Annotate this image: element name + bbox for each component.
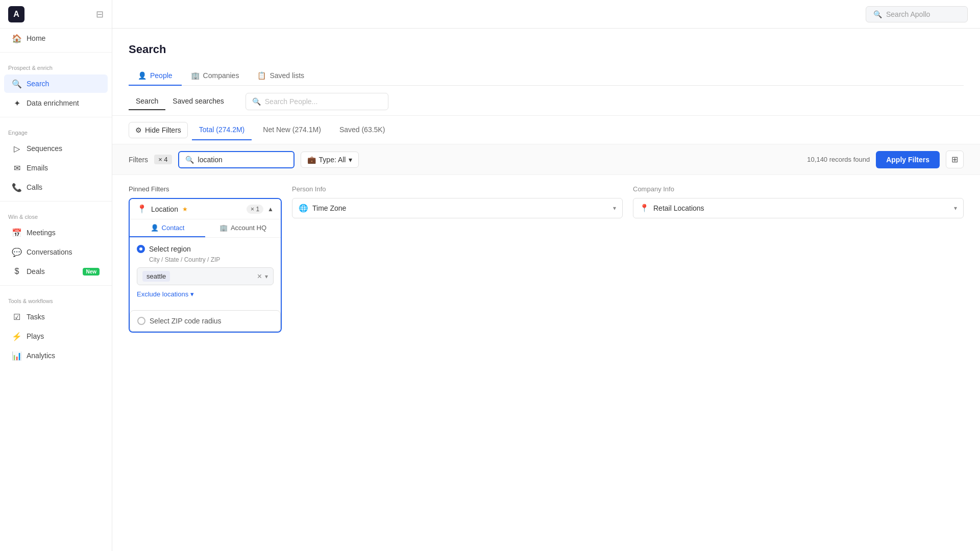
- meetings-icon: 📅: [12, 228, 21, 237]
- emails-icon: ✉: [12, 163, 21, 172]
- main-tabs: 👤 People 🏢 Companies 📋 Saved lists: [129, 66, 964, 86]
- topbar: 🔍 Search Apollo: [112, 0, 980, 29]
- main-content: 🔍 Search Apollo Search 👤 People 🏢 Compan…: [112, 0, 980, 551]
- zip-radius-card: Select ZIP code radius: [130, 310, 281, 332]
- home-icon: 🏠: [12, 34, 21, 43]
- location-filter-tabs: 👤 Contact 🏢 Account HQ: [130, 219, 281, 238]
- location-filter-card: 📍 Location ★ × 1 ▲ 👤 Contact 🏢: [129, 198, 282, 333]
- sidebar-item-label: Home: [27, 34, 45, 42]
- location-filter-header: 📍 Location ★ × 1 ▲: [130, 199, 281, 219]
- sidebar-item-data-enrichment[interactable]: ✦ Data enrichment: [4, 94, 108, 112]
- sidebar-toggle-button[interactable]: ⊟: [96, 9, 104, 20]
- zip-radius-label: Select ZIP code radius: [150, 317, 222, 325]
- select-region-row: Select region: [137, 245, 274, 253]
- filter-count-badge[interactable]: × 4: [154, 155, 172, 164]
- records-found: 10,140 records found: [807, 156, 870, 163]
- app-logo: A: [8, 6, 24, 22]
- sub-tab-saved-searches[interactable]: Saved searches: [165, 93, 231, 110]
- account-hq-tab-icon: 🏢: [219, 224, 228, 232]
- zip-radius-radio[interactable]: [137, 317, 145, 325]
- tab-people[interactable]: 👤 People: [129, 66, 182, 86]
- page-content: Search 👤 People 🏢 Companies 📋 Saved list…: [112, 29, 980, 551]
- sidebar-item-sequences[interactable]: ▷ Sequences: [4, 139, 108, 158]
- columns-toggle-button[interactable]: ⊞: [946, 151, 964, 168]
- sidebar-item-deals[interactable]: $ Deals New: [4, 262, 108, 281]
- person-info-label: Person Info: [292, 185, 623, 193]
- sequences-icon: ▷: [12, 144, 21, 153]
- prospect-enrich-section-label: Prospect & enrich: [0, 57, 112, 74]
- conversations-icon: 💬: [12, 247, 21, 257]
- select-region-label: Select region: [149, 245, 191, 253]
- time-zone-filter[interactable]: 🌐 Time Zone ▾: [292, 198, 623, 218]
- tag-remove-button[interactable]: ×: [257, 272, 262, 281]
- contact-tab-icon: 👤: [151, 224, 159, 232]
- sidebar-item-emails[interactable]: ✉ Emails: [4, 159, 108, 177]
- sidebar-item-conversations[interactable]: 💬 Conversations: [4, 243, 108, 261]
- retail-dropdown-arrow: ▾: [954, 205, 957, 212]
- contact-tab[interactable]: 👤 Contact: [130, 219, 205, 237]
- tab-saved-lists[interactable]: 📋 Saved lists: [248, 66, 313, 86]
- filter-search-box[interactable]: 🔍: [178, 151, 295, 168]
- calls-icon: 📞: [12, 183, 21, 192]
- search-people-input[interactable]: 🔍 Search People...: [246, 93, 388, 110]
- collapse-filter-button[interactable]: ▲: [267, 206, 274, 213]
- divider: [0, 285, 112, 286]
- sidebar-item-label: Calls: [27, 183, 42, 191]
- search-apollo-button[interactable]: 🔍 Search Apollo: [866, 6, 968, 22]
- engage-section-label: Engage: [0, 121, 112, 139]
- sidebar-item-search[interactable]: 🔍 Search: [4, 74, 108, 93]
- apply-filters-button[interactable]: Apply Filters: [876, 151, 940, 168]
- location-filter-name: Location: [151, 205, 178, 213]
- tab-people-label: People: [150, 71, 173, 80]
- company-info-column: Company Info 📍 Retail Locations ▾: [633, 185, 964, 222]
- tag-dropdown-arrow[interactable]: ▾: [265, 273, 268, 280]
- sidebar-item-label: Emails: [27, 164, 48, 172]
- sidebar-item-label: Search: [27, 80, 49, 88]
- tools-section-label: Tools & workflows: [0, 290, 112, 307]
- sidebar-item-plays[interactable]: ⚡ Plays: [4, 327, 108, 345]
- search-apollo-icon: 🔍: [873, 10, 882, 18]
- briefcase-icon: 💼: [307, 156, 316, 164]
- company-info-label: Company Info: [633, 185, 964, 193]
- sub-tabs: Search Saved searches: [129, 93, 231, 110]
- search-apollo-label: Search Apollo: [886, 10, 930, 18]
- sidebar-item-meetings[interactable]: 📅 Meetings: [4, 223, 108, 242]
- sidebar-item-analytics[interactable]: 📊 Analytics: [4, 346, 108, 365]
- sidebar-item-calls[interactable]: 📞 Calls: [4, 178, 108, 196]
- result-tab-total[interactable]: Total (274.2M): [192, 120, 252, 140]
- hide-filters-button[interactable]: ⚙ Hide Filters: [129, 122, 188, 138]
- retail-locations-filter[interactable]: 📍 Retail Locations ▾: [633, 198, 964, 218]
- sidebar-item-label: Plays: [27, 332, 44, 340]
- exclude-locations-link[interactable]: Exclude locations ▾: [137, 290, 274, 298]
- tab-saved-lists-label: Saved lists: [270, 71, 304, 80]
- chevron-down-icon: ▾: [349, 156, 352, 164]
- filter-search-input[interactable]: [198, 156, 287, 164]
- tab-companies-label: Companies: [203, 71, 239, 80]
- time-zone-label: Time Zone: [312, 204, 346, 212]
- sidebar-item-label: Analytics: [27, 352, 55, 360]
- select-region-radio[interactable]: [137, 245, 145, 253]
- divider: [0, 52, 112, 53]
- divider: [0, 117, 112, 117]
- location-filter-body: Select region City / State / Country / Z…: [130, 238, 281, 305]
- type-dropdown[interactable]: 💼 Type: All ▾: [301, 152, 359, 168]
- search-people-icon: 🔍: [252, 97, 261, 106]
- account-hq-tab[interactable]: 🏢 Account HQ: [205, 219, 281, 237]
- result-tab-net-new[interactable]: Net New (274.1M): [256, 120, 328, 140]
- radio-inner: [139, 247, 142, 251]
- plays-icon: ⚡: [12, 332, 21, 341]
- person-info-column: Person Info 🌐 Time Zone ▾: [292, 185, 623, 222]
- companies-tab-icon: 🏢: [191, 71, 200, 80]
- people-tab-icon: 👤: [138, 71, 146, 80]
- sidebar-item-tasks[interactable]: ☑ Tasks: [4, 308, 108, 326]
- result-tab-saved[interactable]: Saved (63.5K): [332, 120, 393, 140]
- deals-icon: $: [12, 267, 21, 276]
- sidebar-item-home[interactable]: 🏠 Home: [4, 29, 108, 47]
- location-tag-input[interactable]: seattle × ▾: [137, 267, 274, 285]
- sidebar-item-label: Meetings: [27, 229, 56, 237]
- deals-new-badge: New: [83, 268, 100, 276]
- tab-companies[interactable]: 🏢 Companies: [182, 66, 249, 86]
- type-label: Type: All: [319, 156, 346, 164]
- sub-tab-search[interactable]: Search: [129, 93, 165, 110]
- info-columns: Person Info 🌐 Time Zone ▾ Company Info 📍…: [292, 185, 964, 222]
